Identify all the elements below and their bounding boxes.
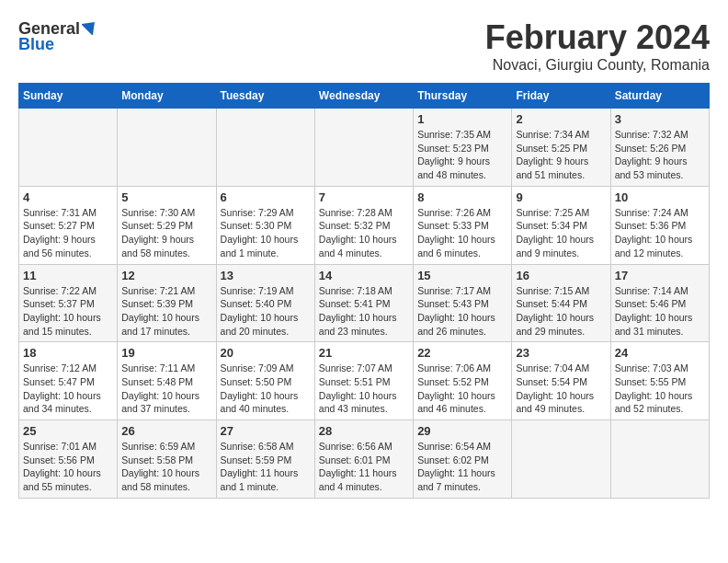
calendar-cell: 21Sunrise: 7:07 AMSunset: 5:51 PMDayligh…	[314, 342, 413, 420]
calendar-cell: 20Sunrise: 7:09 AMSunset: 5:50 PMDayligh…	[216, 342, 314, 420]
day-number: 14	[319, 269, 409, 282]
calendar-week-row: 18Sunrise: 7:12 AMSunset: 5:47 PMDayligh…	[19, 342, 710, 420]
day-info: Sunrise: 7:12 AMSunset: 5:47 PMDaylight:…	[23, 362, 113, 416]
calendar-cell: 18Sunrise: 7:12 AMSunset: 5:47 PMDayligh…	[19, 342, 118, 420]
day-number: 3	[615, 112, 705, 126]
calendar-cell: 12Sunrise: 7:21 AMSunset: 5:39 PMDayligh…	[118, 264, 216, 342]
day-number: 13	[221, 269, 311, 282]
day-number: 21	[319, 346, 409, 360]
calendar-cell: 4Sunrise: 7:31 AMSunset: 5:27 PMDaylight…	[19, 186, 118, 264]
calendar-cell	[216, 109, 314, 187]
day-info: Sunrise: 7:26 AMSunset: 5:33 PMDaylight:…	[417, 206, 507, 260]
day-info: Sunrise: 6:59 AMSunset: 5:58 PMDaylight:…	[121, 440, 211, 494]
calendar-cell: 5Sunrise: 7:30 AMSunset: 5:29 PMDaylight…	[118, 186, 216, 264]
day-number: 18	[23, 346, 113, 360]
day-info: Sunrise: 7:34 AMSunset: 5:25 PMDaylight:…	[516, 128, 606, 182]
day-number: 16	[516, 269, 606, 282]
day-number: 25	[23, 424, 113, 438]
day-info: Sunrise: 6:56 AMSunset: 6:01 PMDaylight:…	[319, 440, 409, 494]
calendar-cell: 14Sunrise: 7:18 AMSunset: 5:41 PMDayligh…	[314, 264, 413, 342]
calendar-week-row: 4Sunrise: 7:31 AMSunset: 5:27 PMDaylight…	[19, 186, 710, 264]
day-info: Sunrise: 6:54 AMSunset: 6:02 PMDaylight:…	[417, 440, 507, 494]
day-number: 22	[417, 346, 507, 360]
day-info: Sunrise: 7:24 AMSunset: 5:36 PMDaylight:…	[615, 206, 705, 260]
day-number: 11	[23, 269, 113, 282]
calendar-body: 1Sunrise: 7:35 AMSunset: 5:23 PMDaylight…	[19, 109, 710, 499]
day-of-week-header: Tuesday	[216, 84, 314, 109]
day-of-week-header: Sunday	[19, 84, 118, 109]
calendar-week-row: 1Sunrise: 7:35 AMSunset: 5:23 PMDaylight…	[19, 109, 710, 187]
calendar-cell: 24Sunrise: 7:03 AMSunset: 5:55 PMDayligh…	[610, 342, 709, 420]
calendar-cell: 16Sunrise: 7:15 AMSunset: 5:44 PMDayligh…	[512, 264, 610, 342]
calendar-cell: 3Sunrise: 7:32 AMSunset: 5:26 PMDaylight…	[610, 109, 709, 187]
day-info: Sunrise: 7:22 AMSunset: 5:37 PMDaylight:…	[23, 284, 113, 339]
day-of-week-header: Monday	[118, 84, 216, 109]
day-info: Sunrise: 7:18 AMSunset: 5:41 PMDaylight:…	[319, 284, 409, 339]
calendar-cell	[512, 420, 610, 499]
day-info: Sunrise: 7:25 AMSunset: 5:34 PMDaylight:…	[516, 206, 606, 260]
logo-blue-text: Blue	[18, 35, 54, 54]
calendar-cell: 13Sunrise: 7:19 AMSunset: 5:40 PMDayligh…	[216, 264, 314, 342]
calendar-cell	[610, 420, 709, 499]
day-number: 1	[417, 112, 507, 126]
day-info: Sunrise: 7:09 AMSunset: 5:50 PMDaylight:…	[221, 362, 311, 416]
day-number: 6	[221, 190, 311, 204]
day-of-week-header: Wednesday	[314, 84, 413, 109]
calendar-cell	[314, 109, 413, 187]
calendar-cell: 22Sunrise: 7:06 AMSunset: 5:52 PMDayligh…	[414, 342, 512, 420]
day-of-week-header: Friday	[512, 84, 610, 109]
calendar-table: SundayMondayTuesdayWednesdayThursdayFrid…	[18, 83, 710, 499]
day-number: 10	[615, 190, 705, 204]
day-of-week-header: Thursday	[414, 84, 512, 109]
calendar-cell: 9Sunrise: 7:25 AMSunset: 5:34 PMDaylight…	[512, 186, 610, 264]
day-info: Sunrise: 6:58 AMSunset: 5:59 PMDaylight:…	[221, 440, 311, 494]
calendar-cell: 25Sunrise: 7:01 AMSunset: 5:56 PMDayligh…	[19, 420, 118, 499]
calendar-cell: 1Sunrise: 7:35 AMSunset: 5:23 PMDaylight…	[414, 109, 512, 187]
month-title: February 2024	[485, 18, 710, 57]
page-header: General Blue February 2024 Novaci, Giurg…	[18, 18, 710, 74]
day-number: 24	[615, 346, 705, 360]
day-info: Sunrise: 7:06 AMSunset: 5:52 PMDaylight:…	[417, 362, 507, 416]
day-number: 2	[516, 112, 606, 126]
day-number: 12	[121, 269, 211, 282]
day-number: 4	[23, 190, 113, 204]
title-section: February 2024 Novaci, Giurgiu County, Ro…	[485, 18, 710, 74]
day-number: 8	[417, 190, 507, 204]
day-number: 7	[319, 190, 409, 204]
calendar-cell: 26Sunrise: 6:59 AMSunset: 5:58 PMDayligh…	[118, 420, 216, 499]
calendar-cell: 19Sunrise: 7:11 AMSunset: 5:48 PMDayligh…	[118, 342, 216, 420]
day-info: Sunrise: 7:28 AMSunset: 5:32 PMDaylight:…	[319, 206, 409, 260]
calendar-cell: 29Sunrise: 6:54 AMSunset: 6:02 PMDayligh…	[414, 420, 512, 499]
day-info: Sunrise: 7:32 AMSunset: 5:26 PMDaylight:…	[615, 128, 705, 182]
day-info: Sunrise: 7:03 AMSunset: 5:55 PMDaylight:…	[615, 362, 705, 416]
calendar-cell: 11Sunrise: 7:22 AMSunset: 5:37 PMDayligh…	[19, 264, 118, 342]
calendar-week-row: 25Sunrise: 7:01 AMSunset: 5:56 PMDayligh…	[19, 420, 710, 499]
calendar-cell: 17Sunrise: 7:14 AMSunset: 5:46 PMDayligh…	[610, 264, 709, 342]
calendar-week-row: 11Sunrise: 7:22 AMSunset: 5:37 PMDayligh…	[19, 264, 710, 342]
day-info: Sunrise: 7:19 AMSunset: 5:40 PMDaylight:…	[221, 284, 311, 339]
day-number: 20	[221, 346, 311, 360]
day-number: 28	[319, 424, 409, 438]
calendar-cell: 27Sunrise: 6:58 AMSunset: 5:59 PMDayligh…	[216, 420, 314, 499]
day-number: 26	[121, 424, 211, 438]
day-info: Sunrise: 7:15 AMSunset: 5:44 PMDaylight:…	[516, 284, 606, 339]
svg-marker-0	[82, 18, 98, 35]
calendar-cell: 2Sunrise: 7:34 AMSunset: 5:25 PMDaylight…	[512, 109, 610, 187]
day-info: Sunrise: 7:01 AMSunset: 5:56 PMDaylight:…	[23, 440, 113, 494]
day-number: 27	[221, 424, 311, 438]
day-of-week-header: Saturday	[610, 84, 709, 109]
day-info: Sunrise: 7:30 AMSunset: 5:29 PMDaylight:…	[121, 206, 211, 260]
location-title: Novaci, Giurgiu County, Romania	[485, 57, 710, 74]
day-info: Sunrise: 7:17 AMSunset: 5:43 PMDaylight:…	[417, 284, 507, 339]
day-info: Sunrise: 7:35 AMSunset: 5:23 PMDaylight:…	[417, 128, 507, 182]
day-number: 23	[516, 346, 606, 360]
calendar-cell: 23Sunrise: 7:04 AMSunset: 5:54 PMDayligh…	[512, 342, 610, 420]
calendar-cell: 6Sunrise: 7:29 AMSunset: 5:30 PMDaylight…	[216, 186, 314, 264]
day-info: Sunrise: 7:21 AMSunset: 5:39 PMDaylight:…	[121, 284, 211, 339]
day-number: 15	[417, 269, 507, 282]
calendar-cell: 8Sunrise: 7:26 AMSunset: 5:33 PMDaylight…	[414, 186, 512, 264]
day-info: Sunrise: 7:29 AMSunset: 5:30 PMDaylight:…	[221, 206, 311, 260]
logo: General Blue	[18, 18, 98, 54]
day-info: Sunrise: 7:14 AMSunset: 5:46 PMDaylight:…	[615, 284, 705, 339]
day-number: 19	[121, 346, 211, 360]
